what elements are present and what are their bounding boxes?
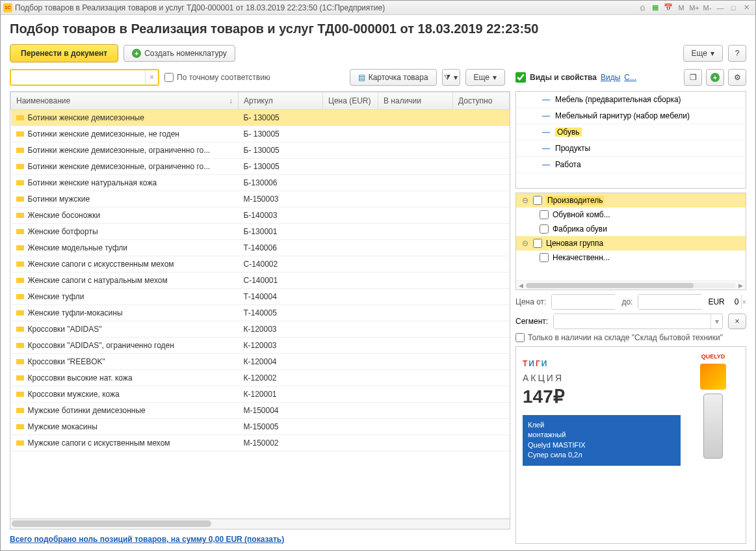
table-row[interactable]: Женские сапоги с натуральным мехомС-1400… (11, 273, 510, 289)
item-icon (16, 294, 24, 299)
table-row[interactable]: Женские ботфортыБ-130001 (11, 224, 510, 240)
item-icon (16, 440, 24, 446)
plus-icon: + (710, 73, 720, 82)
mem-mplus-icon[interactable]: M+ (689, 3, 699, 13)
item-icon (16, 424, 24, 429)
category-tree[interactable]: —Мебель (предварительная сборка)—Мебельн… (515, 91, 746, 189)
table-row[interactable]: Ботинки женские демисезонныеБ- 130005 (11, 110, 510, 126)
mem-mminus-icon[interactable]: M- (702, 3, 712, 13)
filter-item[interactable]: Обувной комб... (516, 208, 746, 222)
promo-brand: QUELYD (701, 353, 725, 360)
h-scrollbar[interactable] (10, 519, 510, 530)
table-row[interactable]: Кроссовки мужские, кожаК-120001 (11, 386, 510, 403)
dash-icon: — (542, 95, 550, 104)
calendar-icon[interactable]: 📅 (663, 3, 673, 13)
only-in-stock-checkbox[interactable]: Только в наличии на складе "Склад бытово… (515, 333, 746, 342)
filter-checkbox[interactable] (533, 196, 542, 205)
transfer-button[interactable]: Перенести в документ (10, 44, 118, 62)
props-enable-checkbox[interactable] (515, 72, 526, 83)
table-row[interactable]: Ботинки женские натуральная кожаБ-130006 (11, 175, 510, 191)
expand-icon[interactable]: ⊖ (521, 239, 529, 248)
tree-item[interactable]: —Работа (516, 157, 746, 173)
filter-checkbox[interactable] (540, 253, 549, 262)
promo-tube-icon (703, 394, 723, 459)
col-article[interactable]: Артикул (239, 92, 323, 110)
clear-search-icon[interactable]: × (145, 70, 158, 85)
tree-item[interactable]: —Мебель (предварительная сборка) (516, 92, 746, 108)
price-from-label: Цена от: (515, 297, 546, 306)
table-row[interactable]: Кроссовки "ADIDAS"К-120003 (11, 321, 510, 338)
table-row[interactable]: Женские модельные туфлиТ-140006 (11, 240, 510, 256)
segment-dropdown-icon[interactable]: ▾ (710, 314, 722, 329)
col-name[interactable]: Наименование↓ (11, 92, 239, 110)
create-nomenclature-button[interactable]: +Создать номенклатуру (124, 45, 235, 62)
promo-price: 147₽ (523, 386, 681, 407)
gear-icon: ⚙ (734, 73, 741, 82)
props-link[interactable]: С... (624, 73, 636, 82)
filter-group[interactable]: ⊖Производитель (516, 193, 746, 208)
filter-h-scrollbar[interactable]: ◀▶ (516, 280, 746, 289)
expand-icon[interactable]: ⊖ (521, 196, 529, 205)
table-row[interactable]: Женские туфли-мокасиныТ-140005 (11, 305, 510, 321)
filter-checkbox[interactable] (540, 224, 549, 234)
item-card-button[interactable]: ▤Карточка товара (350, 69, 437, 86)
dash-icon: — (542, 144, 550, 153)
grid-icon[interactable]: ▦ (650, 3, 660, 13)
table-row[interactable]: Женские сапоги с искусственным мехомС-14… (11, 256, 510, 273)
table-row[interactable]: Кроссовки "REEBOK"К-120004 (11, 354, 510, 370)
table-row[interactable]: Ботинки женские демисезонные, не годенБ-… (11, 126, 510, 142)
settings-button[interactable]: ⚙ (728, 69, 746, 86)
filter-item[interactable]: Некачественн... (516, 250, 746, 265)
filter-button[interactable]: ⧩▾ (442, 69, 460, 86)
search-input[interactable] (11, 70, 145, 85)
items-table[interactable]: Наименование↓ Артикул Цена (EUR) В налич… (10, 91, 510, 519)
col-stock[interactable]: В наличии (378, 92, 453, 110)
help-button[interactable]: ? (728, 45, 746, 62)
filter-tree[interactable]: ⊖ПроизводительОбувной комб...Фабрика обу… (515, 193, 746, 290)
segment-input[interactable] (554, 314, 710, 329)
more-button-mid[interactable]: Еще ▾ (465, 69, 505, 86)
col-avail[interactable]: Доступно (453, 92, 510, 110)
table-row[interactable]: Ботинки женские демисезонные, ограниченн… (11, 142, 510, 159)
tree-item[interactable]: —Обувь (516, 124, 746, 141)
dash-icon: — (542, 160, 550, 169)
item-icon (16, 408, 24, 413)
price-to-input[interactable] (638, 295, 741, 309)
col-price[interactable]: Цена (EUR) (323, 92, 378, 110)
table-row[interactable]: Женские босоножкиБ-140003 (11, 208, 510, 224)
item-icon (16, 213, 24, 218)
exact-match-checkbox[interactable]: По точному соответствию (164, 73, 270, 82)
maximize-icon[interactable]: □ (728, 3, 738, 13)
filter-item[interactable]: Фабрика обуви (516, 222, 746, 236)
tree-item[interactable]: —Продукты (516, 141, 746, 157)
page-title: Подбор товаров в Реализация товаров и ус… (10, 21, 746, 36)
close-icon[interactable]: ✕ (741, 3, 751, 13)
table-row[interactable]: Мужские ботинки демисезонныеМ-150004 (11, 403, 510, 419)
more-button-top[interactable]: Еще ▾ (683, 45, 723, 62)
tree-item[interactable]: —Мебельный гарнитур (набор мебели) (516, 108, 746, 124)
price-to-label: до: (621, 297, 632, 306)
table-row[interactable]: Женские туфлиТ-140004 (11, 289, 510, 305)
table-row[interactable]: Кроссовки высокие нат. кожаК-120002 (11, 370, 510, 386)
summary-link[interactable]: Всего подобрано ноль позиций товаров, на… (10, 535, 510, 544)
currency-label: EUR (708, 297, 724, 306)
copy-button[interactable]: ❐ (684, 69, 702, 86)
filter-checkbox[interactable] (540, 210, 549, 219)
mem-m-icon[interactable]: M (676, 3, 686, 13)
promo-banner: ТИГИ АКЦИЯ 147₽ КлеймонтажныйQuelyd MAST… (515, 346, 746, 544)
item-icon (16, 392, 24, 397)
filter-checkbox[interactable] (533, 239, 542, 248)
table-row[interactable]: Кроссовки "ADIDAS", ограниченно годенК-1… (11, 338, 510, 354)
clear-to-icon[interactable]: × (741, 295, 746, 309)
filter-group[interactable]: ⊖Ценовая группа (516, 236, 746, 250)
segment-clear-button[interactable]: × (728, 314, 746, 329)
table-row[interactable]: Мужские мокасиныМ-150005 (11, 419, 510, 435)
table-row[interactable]: Ботинки женские демисезонные, ограниченн… (11, 159, 510, 175)
add-button[interactable]: + (706, 69, 724, 86)
app-logo-icon: 1C (3, 3, 12, 12)
minimize-icon[interactable]: — (715, 3, 725, 13)
print-icon[interactable]: ⎙ (637, 3, 647, 13)
table-row[interactable]: Мужские сапоги с искуственным мехомМ-150… (11, 435, 510, 451)
table-row[interactable]: Ботинки мужскиеМ-150003 (11, 191, 510, 208)
types-link[interactable]: Виды (601, 73, 620, 82)
